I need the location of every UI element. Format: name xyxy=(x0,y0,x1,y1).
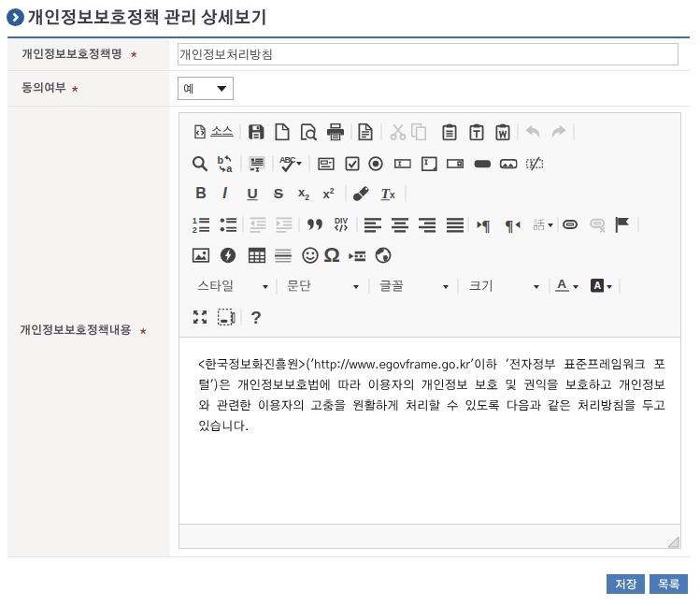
svg-text:DIV: DIV xyxy=(335,216,348,225)
svg-text:2: 2 xyxy=(193,225,197,234)
svg-text:a: a xyxy=(226,163,233,173)
svg-text:A: A xyxy=(593,280,601,291)
svg-text:ABC: ABC xyxy=(279,155,296,165)
svg-text:1: 1 xyxy=(193,216,197,225)
svg-text:¶: ¶ xyxy=(481,217,490,234)
svg-text:b: b xyxy=(218,154,224,166)
svg-text:¶: ¶ xyxy=(505,217,513,234)
